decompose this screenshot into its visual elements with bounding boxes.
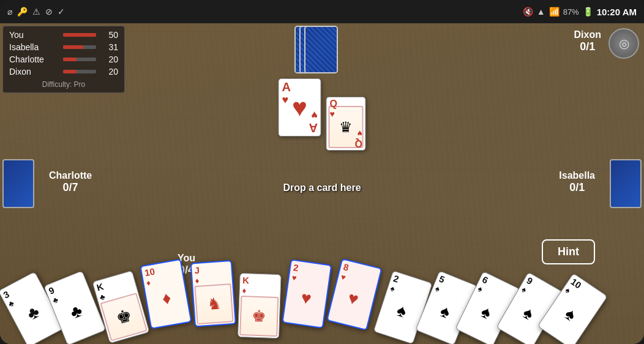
card-jd-face: ♞ bbox=[194, 283, 233, 324]
score-bar-you bbox=[63, 33, 96, 37]
battery-level: 87% bbox=[563, 7, 579, 17]
hand-card-kc[interactable]: K ♣ ♚ bbox=[92, 271, 149, 344]
score-name-charlotte: Charlotte bbox=[9, 54, 58, 64]
ace-of-hearts-card[interactable]: A♥ ♥ A♥ bbox=[279, 78, 321, 136]
play-area: A♥ ♥ A♥ Q♥ ♛ Q♥ bbox=[279, 78, 366, 151]
difficulty-label: Difficulty: Pro bbox=[9, 80, 118, 89]
deck-card-3 bbox=[304, 26, 338, 73]
card-10d-center: ♦ bbox=[146, 285, 188, 312]
score-val-you: 50 bbox=[101, 30, 118, 40]
queen-label-top: Q♥ bbox=[330, 99, 337, 119]
score-val-charlotte: 20 bbox=[101, 54, 118, 64]
game-area: You 50 Isabella 31 Charlotte 20 bbox=[0, 23, 644, 344]
compass-icon: ◎ bbox=[619, 36, 629, 51]
battery-icon: 🔋 bbox=[583, 7, 593, 17]
score-name-you: You bbox=[9, 30, 58, 40]
hand-card-2h[interactable]: 2 ♥ ♥ bbox=[282, 259, 332, 328]
ace-label-bottom: A♥ bbox=[309, 110, 317, 134]
deck-center bbox=[294, 26, 350, 66]
status-right: 🔇 ▲ 📶 87% 🔋 10:20 AM bbox=[523, 7, 637, 17]
side-card-right bbox=[610, 159, 642, 208]
charlotte-name: Charlotte bbox=[49, 170, 92, 181]
charlotte-score: 0/7 bbox=[49, 181, 92, 194]
score-panel: You 50 Isabella 31 Charlotte 20 bbox=[2, 26, 125, 93]
score-row-charlotte: Charlotte 20 bbox=[9, 54, 118, 64]
usb-icon: ⌀ bbox=[7, 7, 12, 17]
score-val-isabella: 31 bbox=[101, 42, 118, 52]
side-stack-right bbox=[610, 159, 642, 208]
score-name-dixon: Dixon bbox=[9, 67, 58, 77]
card-8h-center: ♥ bbox=[332, 285, 375, 313]
card-kc-face: ♚ bbox=[100, 293, 148, 342]
charlotte-left-score: Charlotte 0/7 bbox=[49, 170, 92, 194]
clock: 10:20 AM bbox=[597, 7, 637, 17]
score-row-you: You 50 bbox=[9, 30, 118, 40]
drop-zone[interactable]: Drop a card here bbox=[283, 182, 361, 193]
phone-frame: ⌀ 🔑 ⚠ ⊘ ✓ 🔇 ▲ 📶 87% 🔋 10:20 AM You 50 bbox=[0, 0, 644, 344]
wifi-signal-icon: ▲ bbox=[537, 7, 545, 17]
key-icon: 🔑 bbox=[17, 7, 28, 17]
queen-of-hearts-card[interactable]: Q♥ ♛ Q♥ bbox=[326, 97, 366, 151]
deck-stack bbox=[294, 26, 350, 66]
side-card-left bbox=[2, 159, 34, 208]
score-name-isabella: Isabella bbox=[9, 42, 58, 52]
side-stack-left bbox=[2, 159, 34, 208]
card-2h-center: ♥ bbox=[285, 286, 327, 311]
warning-icon: ⚠ bbox=[32, 7, 40, 17]
card-kd-suit: ♦ bbox=[239, 286, 280, 296]
score-row-isabella: Isabella 31 bbox=[9, 42, 118, 52]
dixon-name: Dixon bbox=[574, 29, 601, 40]
score-bar-charlotte bbox=[63, 58, 77, 61]
score-bar-container-dixon bbox=[63, 70, 96, 73]
status-bar: ⌀ 🔑 ⚠ ⊘ ✓ 🔇 ▲ 📶 87% 🔋 10:20 AM bbox=[0, 0, 644, 23]
isabella-right-score: Isabella 0/1 bbox=[559, 170, 595, 194]
check-icon: ✓ bbox=[58, 7, 65, 17]
hand-card-10d[interactable]: 10 ♦ ♦ bbox=[140, 259, 192, 329]
score-bar-container-charlotte bbox=[63, 58, 96, 61]
isabella-name: Isabella bbox=[559, 170, 595, 181]
dixon-top-score: Dixon 0/1 bbox=[574, 29, 601, 53]
status-icons-left: ⌀ 🔑 ⚠ ⊘ ✓ bbox=[7, 7, 65, 17]
score-bar-dixon bbox=[63, 70, 77, 73]
hand-area: 3 ♣ ♣ 9 ♣ ♣ K ♣ ♚ 10 ♦ ♦ bbox=[0, 246, 644, 344]
hand-card-jd[interactable]: J ♦ ♞ bbox=[190, 260, 236, 327]
compass-button[interactable]: ◎ bbox=[608, 28, 639, 59]
card-kd-face: ♚ bbox=[239, 296, 279, 337]
dixon-score: 0/1 bbox=[574, 40, 601, 53]
score-bar-isabella bbox=[63, 45, 83, 49]
hand-card-8h[interactable]: 8 ♥ ♥ bbox=[326, 258, 382, 331]
wifi-icon: ⊘ bbox=[45, 7, 53, 17]
score-bar-container-isabella bbox=[63, 45, 96, 49]
isabella-score: 0/1 bbox=[559, 181, 595, 194]
hand-card-kd[interactable]: K ♦ ♚ bbox=[238, 273, 282, 338]
score-bar-container-you bbox=[63, 33, 96, 37]
ace-label-top: A♥ bbox=[282, 81, 291, 105]
signal-bars-icon: 📶 bbox=[549, 7, 560, 17]
mute-icon: 🔇 bbox=[523, 7, 533, 17]
ace-center-suit: ♥ bbox=[292, 93, 307, 122]
queen-label-bottom: Q♥ bbox=[354, 129, 362, 148]
score-val-dixon: 20 bbox=[101, 67, 118, 77]
score-row-dixon: Dixon 20 bbox=[9, 67, 118, 77]
